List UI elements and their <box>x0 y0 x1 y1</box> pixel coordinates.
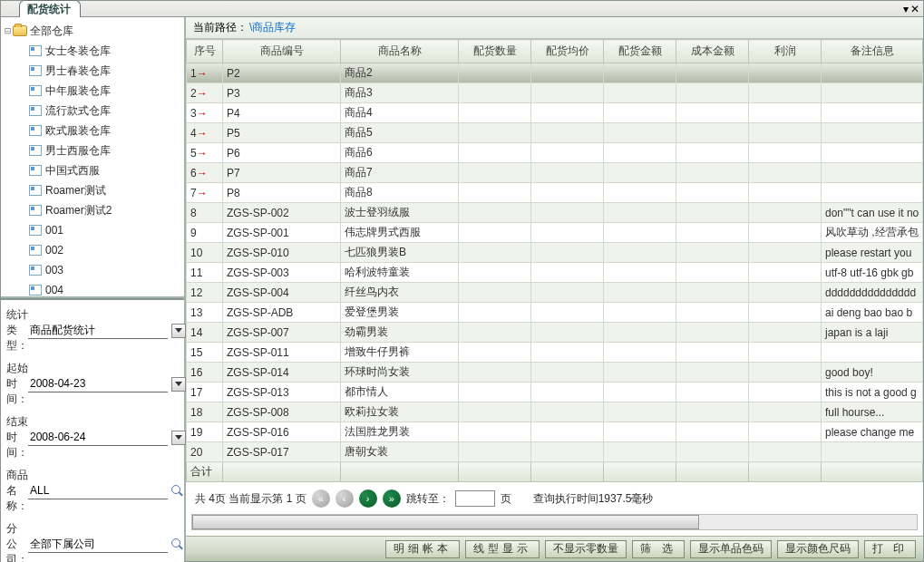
action-button[interactable]: 不显示零数量 <box>545 540 627 558</box>
end-label: 结束时间： <box>6 414 28 460</box>
table-row[interactable]: 5→P6商品6 <box>187 143 923 163</box>
stat-type-select[interactable] <box>28 322 168 339</box>
table-row[interactable]: 10ZGS-SP-010七匹狼男装Bplease restart you <box>187 243 923 263</box>
filter-panel: 统计类型： 起始时间： 结束时间： 商品名称： 分 公 司： 经 手 人： GO <box>1 300 184 562</box>
minimize-icon[interactable]: ▾ <box>903 3 909 15</box>
tree-item[interactable]: 流行款式仓库 <box>3 101 182 121</box>
tree-item[interactable]: 002 <box>3 240 182 260</box>
action-button[interactable]: 显示单品色码 <box>690 540 772 558</box>
table-row[interactable]: 4→P5商品5 <box>187 123 923 143</box>
start-date-picker-icon[interactable] <box>171 376 186 392</box>
button-bar: 明细帐本线型显示不显示零数量筛 选显示单品色码显示颜色尺码打 印 <box>186 536 923 561</box>
product-name-label: 商品名称： <box>6 468 28 514</box>
product-search-icon[interactable] <box>171 483 184 499</box>
table-row[interactable]: 13ZGS-SP-ADB爱登堡男装ai deng bao bao b <box>187 303 923 323</box>
table-row[interactable]: 18ZGS-SP-008欧莉拉女装full hourse... <box>187 402 923 422</box>
column-header[interactable]: 配货数量 <box>459 40 531 63</box>
column-header[interactable]: 成本金额 <box>676 40 749 63</box>
tree-item[interactable]: 女士冬装仓库 <box>3 41 182 61</box>
column-header[interactable]: 配货金额 <box>604 40 676 63</box>
tree-item[interactable]: 男士春装仓库 <box>3 61 182 81</box>
table-row[interactable]: 20ZGS-SP-017唐朝女装 <box>187 442 923 462</box>
table-row[interactable]: 17ZGS-SP-013都市情人this is not a good g <box>187 383 923 402</box>
pager-first-button[interactable]: « <box>312 489 330 508</box>
company-input[interactable] <box>28 536 168 553</box>
table-row[interactable]: 9ZGS-SP-001伟志牌男式西服风吹草动 ,经营承包 <box>187 223 923 243</box>
data-grid: 序号商品编号商品名称配货数量配货均价配货金额成本金额利润备注信息 1→P2商品2… <box>186 39 923 482</box>
action-button[interactable]: 线型显示 <box>465 540 540 558</box>
tree-item[interactable]: 中年服装仓库 <box>3 81 182 101</box>
breadcrumb-link[interactable]: \商品库存 <box>249 20 296 35</box>
start-date-input[interactable] <box>28 375 168 392</box>
breadcrumb: 当前路径： \商品库存 <box>186 17 923 39</box>
close-icon[interactable]: ✕ <box>910 3 919 15</box>
tree-root[interactable]: ⊟全部仓库 <box>3 21 182 41</box>
tree-item[interactable]: 欧式服装仓库 <box>3 121 182 140</box>
pager: 共 4页 当前显示第 1 页 « ‹ › » 跳转至： 页 查询执行时间1937… <box>186 483 923 514</box>
table-row[interactable]: 7→P8商品8 <box>187 183 923 203</box>
pager-next-button[interactable]: › <box>359 489 377 508</box>
pager-page-suffix: 页 <box>501 491 511 507</box>
table-row[interactable]: 15ZGS-SP-011增致牛仔男裤 <box>187 343 923 363</box>
action-button[interactable]: 打 印 <box>864 540 916 558</box>
action-button[interactable]: 筛 选 <box>632 540 684 558</box>
horizontal-scrollbar[interactable] <box>191 514 918 530</box>
window-tab[interactable]: 配货统计 <box>19 0 81 17</box>
tree-item[interactable]: Roamer测试2 <box>3 200 182 220</box>
tree-item[interactable]: 中国式西服 <box>3 160 182 180</box>
company-label: 分 公 司： <box>6 521 28 562</box>
tree-item[interactable]: 001 <box>3 220 182 240</box>
product-name-input[interactable] <box>28 482 168 499</box>
table-row[interactable]: 6→P7商品7 <box>187 163 923 183</box>
table-row[interactable]: 19ZGS-SP-016法国胜龙男装please change me <box>187 422 923 442</box>
action-button[interactable]: 显示颜色尺码 <box>777 540 859 558</box>
company-search-icon[interactable] <box>171 537 184 553</box>
end-date-picker-icon[interactable] <box>171 430 186 446</box>
titlebar: 配货统计 ▾ ✕ <box>1 1 923 17</box>
table-row[interactable]: 1→P2商品2 <box>187 63 923 83</box>
action-button[interactable]: 明细帐本 <box>385 540 460 558</box>
stat-type-dropdown-icon[interactable] <box>171 323 186 339</box>
pager-prev-button[interactable]: ‹ <box>336 489 354 508</box>
table-row[interactable]: 11ZGS-SP-003哈利波特童装utf-8 utf-16 gbk gb <box>187 263 923 283</box>
tree-item[interactable]: Roamer测试 <box>3 180 182 200</box>
column-header[interactable]: 商品编号 <box>223 40 341 63</box>
column-header[interactable]: 备注信息 <box>822 40 923 63</box>
pager-jump-input[interactable] <box>455 490 495 507</box>
tree-item[interactable]: 男士西服仓库 <box>3 140 182 160</box>
start-label: 起始时间： <box>6 361 28 407</box>
left-panel: ⊟全部仓库女士冬装仓库男士春装仓库中年服装仓库流行款式仓库欧式服装仓库男士西服仓… <box>1 17 186 561</box>
table-row[interactable]: 3→P4商品4 <box>187 103 923 123</box>
app-window: 配货统计 ▾ ✕ ⊟全部仓库女士冬装仓库男士春装仓库中年服装仓库流行款式仓库欧式… <box>0 0 924 562</box>
column-header[interactable]: 利润 <box>749 40 822 63</box>
pager-last-button[interactable]: » <box>383 489 401 508</box>
column-header[interactable]: 配货均价 <box>531 40 604 63</box>
pager-status: 共 4页 当前显示第 1 页 <box>195 491 306 507</box>
table-row[interactable]: 14ZGS-SP-007劲霸男装japan is a laji <box>187 323 923 343</box>
breadcrumb-label: 当前路径： <box>193 20 248 35</box>
table-row[interactable]: 8ZGS-SP-002波士登羽绒服don""t can use it no <box>187 203 923 223</box>
warehouse-tree[interactable]: ⊟全部仓库女士冬装仓库男士春装仓库中年服装仓库流行款式仓库欧式服装仓库男士西服仓… <box>1 17 184 298</box>
table-row[interactable]: 16ZGS-SP-014环球时尚女装good boy! <box>187 363 923 383</box>
pager-exec-time: 查询执行时间1937.5毫秒 <box>533 491 654 507</box>
right-panel: 当前路径： \商品库存 序号商品编号商品名称配货数量配货均价配货金额成本金额利润… <box>186 17 923 561</box>
column-header[interactable]: 序号 <box>187 40 223 63</box>
grid-container[interactable]: 序号商品编号商品名称配货数量配货均价配货金额成本金额利润备注信息 1→P2商品2… <box>186 39 923 483</box>
stat-type-label: 统计类型： <box>6 307 28 354</box>
tree-item[interactable]: 004 <box>3 280 182 298</box>
table-row[interactable]: 12ZGS-SP-004纤丝鸟内衣ddddddddddddddd <box>187 283 923 303</box>
footer-total-label: 合计 <box>187 462 223 482</box>
column-header[interactable]: 商品名称 <box>341 40 459 63</box>
table-row[interactable]: 2→P3商品3 <box>187 83 923 103</box>
tree-item[interactable]: 003 <box>3 260 182 280</box>
end-date-input[interactable] <box>28 429 168 446</box>
pager-jump-label: 跳转至： <box>406 491 450 507</box>
